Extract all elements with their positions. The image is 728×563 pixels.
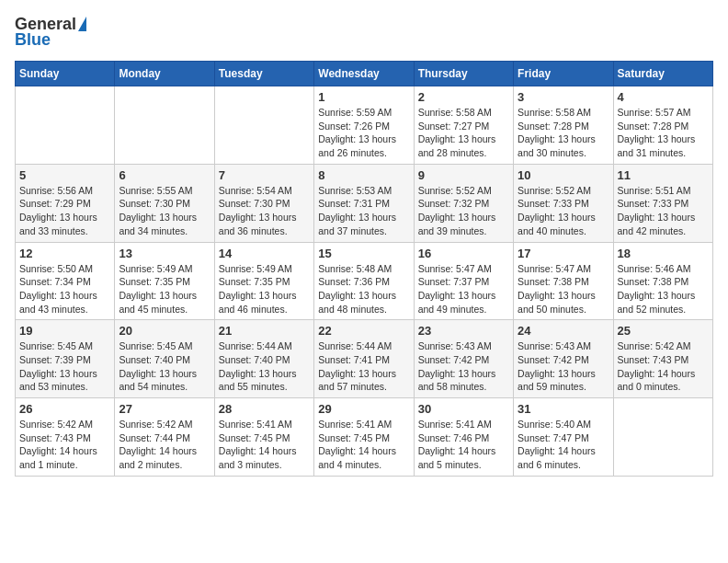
day-info: Sunrise: 5:44 AM Sunset: 7:41 PM Dayligh… [318, 339, 409, 394]
day-info: Sunrise: 5:50 AM Sunset: 7:34 PM Dayligh… [19, 262, 110, 316]
calendar-cell: 5Sunrise: 5:56 AM Sunset: 7:29 PM Daylig… [16, 164, 115, 242]
day-info: Sunrise: 5:58 AM Sunset: 7:27 PM Dayligh… [418, 106, 509, 160]
calendar-cell: 2Sunrise: 5:58 AM Sunset: 7:27 PM Daylig… [414, 86, 513, 165]
day-info: Sunrise: 5:40 AM Sunset: 7:47 PM Dayligh… [518, 418, 609, 472]
calendar-cell: 24Sunrise: 5:43 AM Sunset: 7:42 PM Dayli… [514, 320, 613, 398]
weekday-header-friday: Friday [514, 62, 613, 86]
day-number: 26 [19, 402, 110, 416]
day-number: 12 [19, 247, 110, 260]
calendar-table: SundayMondayTuesdayWednesdayThursdayFrid… [15, 61, 713, 477]
day-number: 8 [318, 168, 409, 182]
day-number: 22 [318, 324, 409, 338]
calendar-cell: 31Sunrise: 5:40 AM Sunset: 7:47 PM Dayli… [514, 398, 613, 477]
day-info: Sunrise: 5:44 AM Sunset: 7:40 PM Dayligh… [219, 339, 310, 394]
day-number: 28 [219, 402, 310, 416]
day-number: 31 [518, 402, 609, 416]
day-number: 30 [418, 402, 509, 416]
weekday-header-monday: Monday [115, 62, 214, 86]
day-number: 16 [418, 247, 509, 260]
day-info: Sunrise: 5:41 AM Sunset: 7:46 PM Dayligh… [418, 418, 509, 472]
day-number: 5 [19, 168, 110, 182]
calendar-cell: 25Sunrise: 5:42 AM Sunset: 7:43 PM Dayli… [613, 320, 712, 398]
calendar-week-row: 26Sunrise: 5:42 AM Sunset: 7:43 PM Dayli… [16, 398, 713, 477]
calendar-cell: 10Sunrise: 5:52 AM Sunset: 7:33 PM Dayli… [514, 164, 613, 242]
day-number: 17 [518, 247, 609, 260]
calendar-week-row: 12Sunrise: 5:50 AM Sunset: 7:34 PM Dayli… [16, 242, 713, 320]
calendar-cell: 29Sunrise: 5:41 AM Sunset: 7:45 PM Dayli… [314, 398, 414, 477]
day-number: 25 [618, 324, 709, 338]
calendar-cell: 22Sunrise: 5:44 AM Sunset: 7:41 PM Dayli… [314, 320, 414, 398]
day-info: Sunrise: 5:47 AM Sunset: 7:38 PM Dayligh… [518, 262, 609, 316]
day-info: Sunrise: 5:42 AM Sunset: 7:43 PM Dayligh… [618, 339, 709, 394]
calendar-cell: 15Sunrise: 5:48 AM Sunset: 7:36 PM Dayli… [314, 242, 414, 320]
day-number: 1 [318, 90, 409, 104]
day-number: 20 [119, 324, 210, 338]
day-number: 3 [518, 90, 609, 104]
calendar-cell: 6Sunrise: 5:55 AM Sunset: 7:30 PM Daylig… [115, 164, 214, 242]
day-number: 19 [19, 324, 110, 338]
day-info: Sunrise: 5:48 AM Sunset: 7:36 PM Dayligh… [318, 262, 409, 316]
page-header: General Blue [15, 15, 713, 50]
day-number: 6 [119, 168, 210, 182]
calendar-cell [115, 86, 214, 165]
calendar-week-row: 1Sunrise: 5:59 AM Sunset: 7:26 PM Daylig… [16, 86, 713, 165]
day-info: Sunrise: 5:43 AM Sunset: 7:42 PM Dayligh… [418, 339, 509, 394]
calendar-cell: 19Sunrise: 5:45 AM Sunset: 7:39 PM Dayli… [16, 320, 115, 398]
calendar-cell: 9Sunrise: 5:52 AM Sunset: 7:32 PM Daylig… [414, 164, 513, 242]
day-info: Sunrise: 5:46 AM Sunset: 7:38 PM Dayligh… [618, 262, 709, 316]
calendar-cell: 4Sunrise: 5:57 AM Sunset: 7:28 PM Daylig… [613, 86, 712, 165]
day-info: Sunrise: 5:47 AM Sunset: 7:37 PM Dayligh… [418, 262, 509, 316]
day-info: Sunrise: 5:58 AM Sunset: 7:28 PM Dayligh… [518, 106, 609, 160]
calendar-cell: 8Sunrise: 5:53 AM Sunset: 7:31 PM Daylig… [314, 164, 414, 242]
day-info: Sunrise: 5:52 AM Sunset: 7:32 PM Dayligh… [418, 184, 509, 238]
logo-triangle-icon [78, 17, 86, 31]
calendar-cell [16, 86, 115, 165]
calendar-week-row: 5Sunrise: 5:56 AM Sunset: 7:29 PM Daylig… [16, 164, 713, 242]
day-number: 11 [618, 168, 709, 182]
calendar-cell: 26Sunrise: 5:42 AM Sunset: 7:43 PM Dayli… [16, 398, 115, 477]
logo-blue: Blue [15, 30, 51, 50]
day-number: 14 [219, 247, 310, 260]
calendar-cell: 27Sunrise: 5:42 AM Sunset: 7:44 PM Dayli… [115, 398, 214, 477]
day-info: Sunrise: 5:56 AM Sunset: 7:29 PM Dayligh… [19, 184, 110, 238]
calendar-cell [214, 86, 313, 165]
day-info: Sunrise: 5:41 AM Sunset: 7:45 PM Dayligh… [219, 418, 310, 472]
day-info: Sunrise: 5:51 AM Sunset: 7:33 PM Dayligh… [618, 184, 709, 238]
calendar-cell: 14Sunrise: 5:49 AM Sunset: 7:35 PM Dayli… [214, 242, 313, 320]
day-number: 18 [618, 247, 709, 260]
calendar-week-row: 19Sunrise: 5:45 AM Sunset: 7:39 PM Dayli… [16, 320, 713, 398]
day-number: 4 [618, 90, 709, 104]
weekday-header-thursday: Thursday [414, 62, 513, 86]
calendar-cell: 16Sunrise: 5:47 AM Sunset: 7:37 PM Dayli… [414, 242, 513, 320]
day-info: Sunrise: 5:52 AM Sunset: 7:33 PM Dayligh… [518, 184, 609, 238]
day-number: 15 [318, 247, 409, 260]
day-info: Sunrise: 5:49 AM Sunset: 7:35 PM Dayligh… [119, 262, 210, 316]
calendar-cell: 7Sunrise: 5:54 AM Sunset: 7:30 PM Daylig… [214, 164, 313, 242]
day-info: Sunrise: 5:53 AM Sunset: 7:31 PM Dayligh… [318, 184, 409, 238]
day-number: 7 [219, 168, 310, 182]
day-number: 10 [518, 168, 609, 182]
day-info: Sunrise: 5:55 AM Sunset: 7:30 PM Dayligh… [119, 184, 210, 238]
day-number: 24 [518, 324, 609, 338]
day-info: Sunrise: 5:42 AM Sunset: 7:43 PM Dayligh… [19, 418, 110, 472]
day-info: Sunrise: 5:42 AM Sunset: 7:44 PM Dayligh… [119, 418, 210, 472]
calendar-cell: 11Sunrise: 5:51 AM Sunset: 7:33 PM Dayli… [613, 164, 712, 242]
weekday-header-sunday: Sunday [16, 62, 115, 86]
weekday-header-row: SundayMondayTuesdayWednesdayThursdayFrid… [16, 62, 713, 86]
calendar-cell: 1Sunrise: 5:59 AM Sunset: 7:26 PM Daylig… [314, 86, 414, 165]
calendar-cell: 3Sunrise: 5:58 AM Sunset: 7:28 PM Daylig… [514, 86, 613, 165]
day-info: Sunrise: 5:45 AM Sunset: 7:40 PM Dayligh… [119, 339, 210, 394]
calendar-cell: 30Sunrise: 5:41 AM Sunset: 7:46 PM Dayli… [414, 398, 513, 477]
calendar-cell: 17Sunrise: 5:47 AM Sunset: 7:38 PM Dayli… [514, 242, 613, 320]
day-info: Sunrise: 5:43 AM Sunset: 7:42 PM Dayligh… [518, 339, 609, 394]
calendar-cell: 28Sunrise: 5:41 AM Sunset: 7:45 PM Dayli… [214, 398, 313, 477]
day-number: 29 [318, 402, 409, 416]
day-number: 2 [418, 90, 509, 104]
day-info: Sunrise: 5:57 AM Sunset: 7:28 PM Dayligh… [618, 106, 709, 160]
calendar-cell: 20Sunrise: 5:45 AM Sunset: 7:40 PM Dayli… [115, 320, 214, 398]
weekday-header-wednesday: Wednesday [314, 62, 414, 86]
calendar-cell: 13Sunrise: 5:49 AM Sunset: 7:35 PM Dayli… [115, 242, 214, 320]
weekday-header-tuesday: Tuesday [214, 62, 313, 86]
day-info: Sunrise: 5:41 AM Sunset: 7:45 PM Dayligh… [318, 418, 409, 472]
day-number: 9 [418, 168, 509, 182]
